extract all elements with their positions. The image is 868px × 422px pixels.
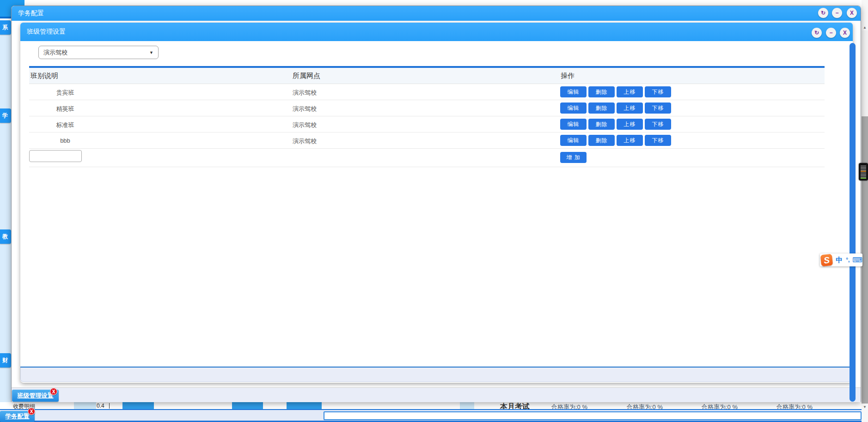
refresh-icon: ↻ (814, 30, 819, 36)
table-header: 班别说明 所属网点 操作 (29, 68, 825, 84)
sidebar-item-student[interactable]: 学 (0, 109, 11, 123)
edit-button[interactable]: 编辑 (560, 86, 587, 97)
class-branch: 演示驾校 (293, 121, 317, 129)
ime-language-toggle[interactable]: 中 (836, 256, 843, 265)
page-scrollbar[interactable]: ▲ ▼ (862, 0, 868, 422)
badge-x: X (52, 389, 55, 394)
refresh-button[interactable]: ↻ (818, 8, 828, 18)
delete-button[interactable]: 删除 (588, 119, 615, 130)
chart-bar (122, 402, 154, 409)
column-header-name: 班别说明 (31, 72, 58, 80)
scroll-up-icon[interactable]: ▲ (862, 24, 868, 30)
minimize-icon: − (835, 10, 838, 16)
chart-bar (287, 402, 322, 409)
minimize-icon: − (829, 30, 832, 36)
edit-button[interactable]: 编辑 (560, 119, 587, 130)
branch-select-value: 演示驾校 (43, 48, 67, 57)
close-button[interactable]: X (847, 8, 857, 18)
table-row: 贵宾班 演示驾校 编辑 删除 上移 下移 (29, 84, 825, 100)
class-branch: 演示驾校 (293, 89, 317, 97)
move-up-button[interactable]: 上移 (617, 102, 643, 114)
arrow-up-glyph: ▲ (863, 25, 867, 30)
class-branch: 演示驾校 (293, 105, 317, 113)
sidebar-item-system[interactable]: 系 (0, 20, 11, 35)
row-separator (29, 167, 825, 167)
edit-button[interactable]: 编辑 (560, 102, 587, 114)
chart-axis-tick (109, 403, 110, 409)
delete-button[interactable]: 删除 (588, 135, 615, 146)
taskbar-tab-label: 班级管理设置 (18, 392, 54, 400)
delete-button[interactable]: 删除 (588, 86, 615, 97)
badge-x: X (30, 409, 33, 414)
logo-letter: S (823, 254, 830, 265)
new-class-input[interactable] (29, 150, 82, 162)
refresh-icon: ↻ (821, 10, 825, 16)
class-name: 贵宾班 (29, 89, 101, 97)
row-actions: 编辑 删除 上移 下移 (560, 86, 673, 97)
pass-rate-label: 合格率为:0 % (702, 403, 738, 409)
move-down-button[interactable]: 下移 (645, 102, 671, 114)
base-sidebar (0, 20, 11, 402)
refresh-button[interactable]: ↻ (812, 28, 822, 38)
close-icon: X (850, 10, 854, 16)
modal-taskbar (12, 387, 861, 402)
class-branch: 演示驾校 (293, 137, 317, 145)
sidebar-item-finance[interactable]: 财 (0, 353, 11, 368)
branch-select[interactable]: 演示驾校 ▼ (38, 46, 159, 59)
modal-scrollbar-thumb[interactable] (850, 43, 856, 402)
chart-title: 本月考试 (500, 402, 530, 409)
background-panel (324, 411, 862, 420)
close-badge-icon[interactable]: X (28, 408, 35, 415)
background-dashboard-strip: 收费明细 0.4 本月考试 合格率为:0 % 合格率为:0 % 合格率为:0 %… (0, 402, 862, 409)
edit-button[interactable]: 编辑 (560, 135, 587, 146)
row-actions: 编辑 删除 上移 下移 (560, 102, 673, 114)
add-button[interactable]: 增 加 (560, 152, 587, 163)
keyboard-icon[interactable]: ⌨ (852, 256, 862, 264)
move-down-button[interactable]: 下移 (645, 86, 671, 97)
scroll-down-icon[interactable]: ▼ (862, 404, 868, 410)
class-name: 精英班 (29, 105, 101, 113)
move-down-button[interactable]: 下移 (645, 119, 671, 130)
ime-toolbar[interactable]: S 中 °, ⌨ (820, 253, 862, 266)
minimize-button[interactable]: − (826, 28, 836, 38)
delete-button[interactable]: 删除 (588, 102, 615, 114)
arrow-down-glyph: ▼ (863, 405, 867, 409)
sogou-logo-icon[interactable]: S (820, 253, 833, 266)
close-badge-icon[interactable]: X (50, 388, 57, 395)
table-row: 精英班 演示驾校 编辑 删除 上移 下移 (29, 100, 825, 116)
pass-rate-label: 合格率为:0 % (551, 403, 587, 409)
taskbar-tab-label: 学务配置 (6, 412, 30, 421)
window-titlebar[interactable]: 学务配置 (12, 6, 861, 21)
table-row: 标准班 演示驾校 编辑 删除 上移 下移 (29, 116, 825, 133)
sidebar-item-label: 系 (2, 24, 8, 31)
sidebar-item-label: 教 (2, 233, 8, 241)
class-name: 标准班 (29, 121, 101, 129)
move-up-button[interactable]: 上移 (617, 135, 643, 146)
widget-orange-line (861, 171, 866, 172)
sidebar-item-label: 财 (2, 356, 8, 364)
widget-green-line (861, 178, 866, 179)
pass-rate-label: 合格率为:0 % (627, 403, 663, 409)
dialog-footer (20, 368, 853, 382)
sidebar-item-label: 学 (2, 112, 8, 120)
chart-cell (460, 402, 474, 409)
move-up-button[interactable]: 上移 (617, 119, 643, 130)
screen-edge-widget[interactable] (859, 163, 868, 181)
window-title: 学务配置 (18, 9, 44, 18)
close-button[interactable]: X (840, 28, 850, 38)
dialog-titlebar[interactable]: 班级管理设置 (20, 23, 853, 41)
sidebar-item-teaching[interactable]: 教 (0, 229, 11, 244)
dialog-title: 班级管理设置 (27, 28, 66, 36)
window-class-management: 班级管理设置 ↻ − X 演示驾校 ▼ 班别说明 所属网点 操作 贵宾班 演示驾… (20, 23, 853, 383)
minimize-button[interactable]: − (832, 8, 842, 18)
move-down-button[interactable]: 下移 (645, 135, 671, 146)
move-up-button[interactable]: 上移 (617, 86, 643, 97)
chevron-down-icon: ▼ (149, 50, 153, 55)
scrollbar-thumb[interactable] (862, 116, 868, 404)
widget-stripes (861, 165, 866, 179)
scrollbar-track[interactable] (862, 30, 868, 116)
table-row: bbb 演示驾校 编辑 删除 上移 下移 (29, 133, 825, 149)
ime-punctuation-toggle[interactable]: °, (846, 257, 850, 263)
close-icon: X (843, 30, 847, 36)
pass-rate-label: 合格率为:0 % (776, 403, 813, 409)
